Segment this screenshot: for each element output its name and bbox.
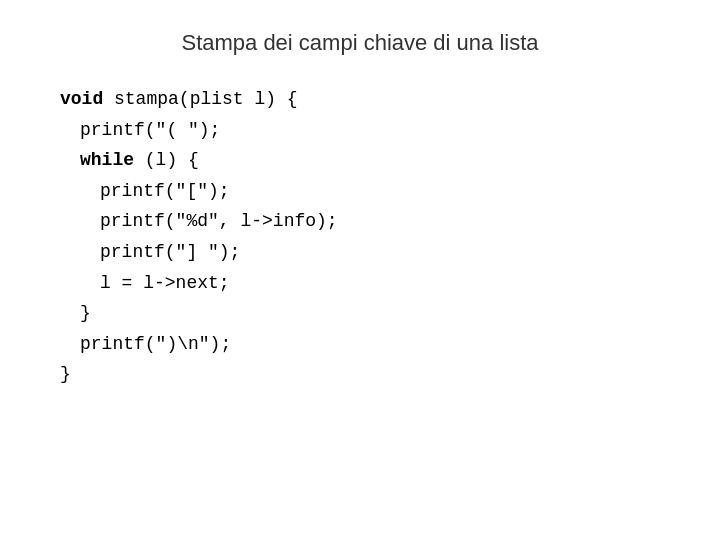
keyword-void: void — [60, 89, 103, 109]
page-container: Stampa dei campi chiave di una lista voi… — [0, 0, 720, 540]
code-text: printf("] "); — [100, 242, 240, 262]
code-text: printf("%d", l->info); — [100, 211, 338, 231]
code-text: } — [80, 303, 91, 323]
code-text: stampa(plist l) { — [103, 89, 297, 109]
code-line-3: while (l) { — [60, 145, 680, 176]
code-line-1: void stampa(plist l) { — [60, 84, 680, 115]
code-text: printf("( "); — [80, 120, 220, 140]
code-text: printf("["); — [100, 181, 230, 201]
code-block: void stampa(plist l) { printf("( "); whi… — [40, 84, 680, 390]
code-line-10: } — [60, 359, 680, 390]
code-text: } — [60, 364, 71, 384]
code-line-6: printf("] "); — [60, 237, 680, 268]
code-line-4: printf("["); — [60, 176, 680, 207]
code-text: (l) { — [134, 150, 199, 170]
code-line-9: printf(")\n"); — [60, 329, 680, 360]
keyword-while: while — [80, 150, 134, 170]
page-title: Stampa dei campi chiave di una lista — [181, 30, 538, 56]
code-line-5: printf("%d", l->info); — [60, 206, 680, 237]
code-line-2: printf("( "); — [60, 115, 680, 146]
code-text: printf(")\n"); — [80, 334, 231, 354]
code-line-7: l = l->next; — [60, 268, 680, 299]
code-text: l = l->next; — [100, 273, 230, 293]
code-line-8: } — [60, 298, 680, 329]
